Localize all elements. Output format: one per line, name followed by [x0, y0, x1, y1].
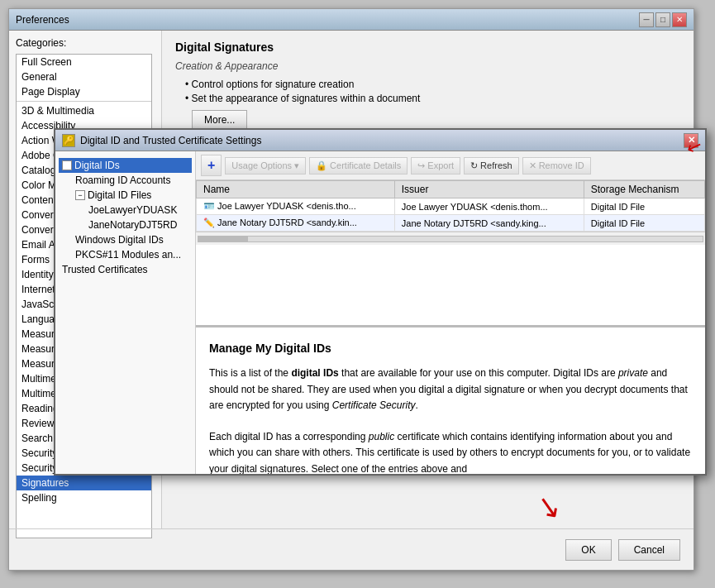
- scroll-thumb: [198, 237, 248, 241]
- add-icon: +: [207, 158, 215, 173]
- section-title: Digital Signatures: [175, 41, 680, 54]
- minimize-button[interactable]: ─: [639, 12, 654, 27]
- dialog-body: − Digital IDs Roaming ID Accounts − Digi…: [55, 151, 705, 474]
- digital-id-dialog: 🔑 Digital ID and Trusted Certificate Set…: [54, 128, 707, 476]
- certificate-table-area: Name Issuer Storage Mechanism 🪪 Joe Lawy…: [196, 180, 705, 325]
- horizontal-scrollbar[interactable]: [196, 232, 705, 245]
- col-issuer: Issuer: [394, 181, 584, 198]
- tree-panel: − Digital IDs Roaming ID Accounts − Digi…: [55, 151, 196, 474]
- certificate-table: Name Issuer Storage Mechanism 🪪 Joe Lawy…: [196, 180, 705, 232]
- digital-id-files-label: Digital ID Files: [88, 189, 151, 201]
- cat-signatures[interactable]: Signatures: [17, 476, 151, 490]
- add-id-button[interactable]: +: [201, 155, 222, 176]
- export-icon: ↪: [417, 160, 425, 171]
- usage-options-label: Usage Options: [231, 160, 292, 170]
- preferences-close-button[interactable]: ✕: [672, 12, 687, 27]
- tree-digital-id-files[interactable]: − Digital ID Files: [72, 188, 192, 203]
- cert-details-icon: 🔒: [316, 160, 327, 171]
- joe-lawyer-label: JoeLawyerYDUASK: [88, 204, 177, 216]
- cat-general[interactable]: General: [17, 69, 151, 84]
- row2-issuer: Jane Notary DJT5RD <sandy.king...: [394, 215, 584, 232]
- tree-digital-ids[interactable]: − Digital IDs: [59, 158, 192, 173]
- ok-button[interactable]: OK: [565, 539, 611, 561]
- roaming-id-label: Roaming ID Accounts: [75, 174, 170, 186]
- digital-id-files-expander[interactable]: −: [75, 190, 85, 200]
- digital-ids-label: Digital IDs: [74, 160, 120, 171]
- preferences-title-bar: Preferences ─ □ ✕: [9, 9, 694, 31]
- row2-name: ✏️ Jane Notary DJT5RD <sandy.kin...: [197, 215, 395, 232]
- usage-options-button[interactable]: Usage Options ▾: [225, 157, 306, 174]
- desc-title: Manage My Digital IDs: [209, 339, 692, 357]
- cert-icon-1: 🪪: [203, 201, 215, 211]
- cat-spelling[interactable]: Spelling: [17, 490, 151, 505]
- remove-id-button[interactable]: ✕ Remove ID: [522, 157, 591, 174]
- cert-details-label: Certificate Details: [330, 160, 401, 170]
- maximize-button[interactable]: □: [655, 12, 670, 27]
- table-row[interactable]: ✏️ Jane Notary DJT5RD <sandy.kin... Jane…: [197, 215, 705, 232]
- cat-3d[interactable]: 3D & Multimedia: [17, 103, 151, 118]
- dialog-toolbar: + Usage Options ▾ 🔒 Certificate Details …: [196, 151, 705, 180]
- row2-storage: Digital ID File: [584, 215, 704, 232]
- pkcs11-label: PKCS#11 Modules an...: [75, 249, 181, 261]
- dialog-title-icon: 🔑: [62, 134, 75, 147]
- bullet-1: • Control options for signature creation: [185, 79, 680, 90]
- cat-page-display[interactable]: Page Display: [17, 84, 151, 99]
- export-label: Export: [427, 160, 454, 170]
- desc-paragraph-1: This is a list of the digital IDs that a…: [209, 366, 692, 414]
- cat-full-screen[interactable]: Full Screen: [17, 55, 151, 69]
- tree-jane-notary[interactable]: JaneNotaryDJT5RD: [85, 218, 192, 232]
- remove-id-icon: ✕: [529, 160, 536, 171]
- tree-trusted-certs[interactable]: Trusted Certificates: [59, 262, 192, 277]
- col-name: Name: [197, 181, 395, 198]
- right-panel: + Usage Options ▾ 🔒 Certificate Details …: [196, 151, 705, 474]
- tree-roaming-id[interactable]: Roaming ID Accounts: [72, 173, 192, 188]
- preferences-footer: ↘ OK Cancel: [9, 528, 694, 570]
- remove-id-label: Remove ID: [539, 160, 584, 170]
- tree-windows-digital[interactable]: Windows Digital IDs: [72, 232, 192, 247]
- cancel-button[interactable]: Cancel: [618, 539, 680, 561]
- dialog-title-bar: 🔑 Digital ID and Trusted Certificate Set…: [55, 130, 705, 151]
- windows-digital-label: Windows Digital IDs: [75, 234, 164, 246]
- title-bar-controls: ─ □ ✕: [639, 12, 687, 27]
- more-button[interactable]: More...: [192, 110, 247, 130]
- scroll-track: [198, 236, 703, 242]
- table-row[interactable]: 🪪 Joe Lawyer YDUASK <denis.tho... Joe La…: [197, 198, 705, 215]
- usage-options-arrow: ▾: [294, 160, 299, 171]
- cert-details-button[interactable]: 🔒 Certificate Details: [309, 157, 408, 174]
- digital-ids-expander[interactable]: −: [62, 160, 72, 170]
- trusted-certs-label: Trusted Certificates: [62, 264, 148, 275]
- preferences-title: Preferences: [16, 14, 69, 26]
- bullet-2: • Set the appearance of signatures withi…: [185, 93, 680, 104]
- tree-pkcs11[interactable]: PKCS#11 Modules an...: [72, 247, 192, 262]
- row1-issuer: Joe Lawyer YDUASK <denis.thom...: [394, 198, 584, 215]
- cert-icon-2: ✏️: [203, 218, 215, 227]
- jane-notary-label: JaneNotaryDJT5RD: [88, 219, 177, 231]
- col-storage: Storage Mechanism: [584, 181, 704, 198]
- row1-name: 🪪 Joe Lawyer YDUASK <denis.tho...: [197, 198, 395, 215]
- refresh-label: Refresh: [480, 160, 512, 170]
- desc-paragraph-2: Each digital ID has a corresponding publ…: [209, 429, 692, 474]
- refresh-button[interactable]: ↻ Refresh: [464, 157, 519, 174]
- row1-storage: Digital ID File: [584, 198, 704, 215]
- categories-label: Categories:: [16, 37, 155, 49]
- description-panel: Manage My Digital IDs This is a list of …: [196, 325, 705, 474]
- export-button[interactable]: ↪ Export: [411, 157, 460, 174]
- section-subtitle: Creation & Appearance: [175, 60, 680, 72]
- refresh-icon: ↻: [470, 160, 478, 171]
- dialog-title-text: Digital ID and Trusted Certificate Setti…: [80, 135, 684, 146]
- tree-joe-lawyer[interactable]: JoeLawyerYDUASK: [85, 203, 192, 218]
